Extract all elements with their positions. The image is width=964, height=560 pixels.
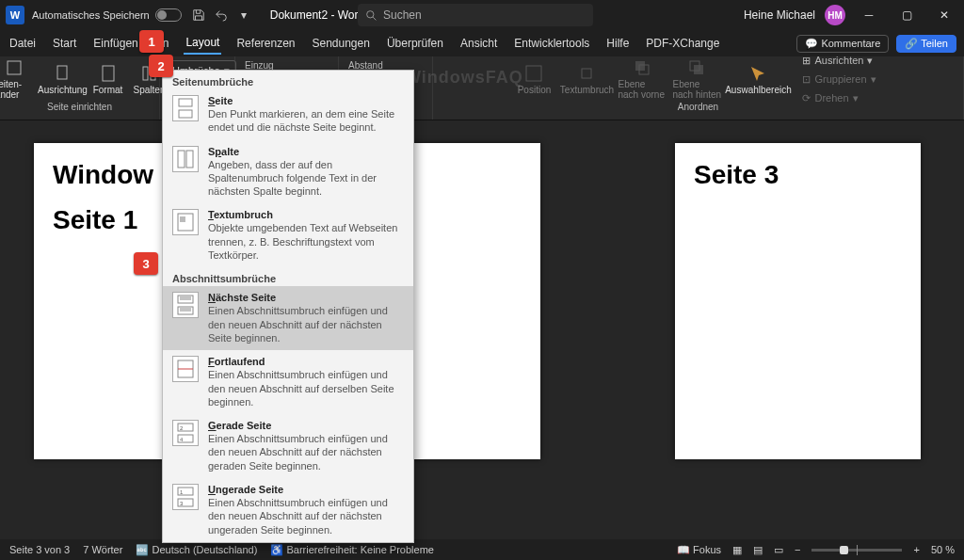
svg-rect-6: [526, 66, 541, 81]
autosave-label: Automatisches Speichern: [32, 9, 150, 21]
zoom-out-button[interactable]: −: [795, 544, 800, 555]
break-continuous[interactable]: FortlaufendEinen Abschnittsumbruch einfü…: [163, 350, 413, 414]
qat-chevron-icon[interactable]: ▾: [235, 7, 252, 24]
zoom-slider[interactable]: [811, 549, 902, 552]
break-page[interactable]: SeiteDen Punkt markieren, an dem eine Se…: [163, 89, 413, 140]
column-break-icon: [172, 146, 199, 172]
zoom-value[interactable]: 50 %: [931, 544, 955, 555]
focus-mode-button[interactable]: 📖 Fokus: [677, 544, 721, 556]
user-name[interactable]: Heine Michael: [744, 8, 815, 22]
tab-devtools[interactable]: Entwicklertools: [512, 33, 591, 54]
view-web-icon[interactable]: ▭: [774, 544, 783, 556]
document-canvas[interactable]: Window Seite 1 Seite 3: [0, 120, 964, 539]
oddpage-break-icon: 13: [172, 484, 199, 510]
status-accessibility[interactable]: ♿ Barrierefreiheit: Keine Probleme: [270, 544, 434, 556]
callout-3: 3: [134, 252, 158, 275]
section-section-breaks: Abschnittsumbrüche: [163, 267, 413, 286]
callout-2: 2: [149, 55, 173, 77]
margins-button[interactable]: Seiten- ränder: [0, 57, 36, 101]
svg-text:4: 4: [180, 437, 184, 442]
status-page[interactable]: Seite 3 von 3: [9, 544, 70, 555]
svg-rect-4: [143, 67, 148, 80]
search-input[interactable]: Suchen: [358, 4, 593, 26]
tab-sendungen[interactable]: Sendungen: [311, 33, 372, 54]
size-button[interactable]: Format: [90, 57, 126, 101]
wrap-text-button[interactable]: Textumbruch: [561, 57, 612, 101]
arrange-caption: Anordnen: [678, 102, 718, 112]
close-button[interactable]: ✕: [930, 0, 958, 30]
break-odd-page[interactable]: 13 Ungerade SeiteEinen Abschnittsumbruch…: [163, 478, 413, 542]
tab-einfuegen[interactable]: Einfügen: [91, 33, 139, 54]
view-print-icon[interactable]: ▦: [732, 544, 742, 556]
break-next-page[interactable]: Nächste SeiteEinen Abschnittsumbruch ein…: [163, 286, 413, 350]
bring-forward-button[interactable]: Ebene nach vorne: [618, 57, 667, 101]
evenpage-break-icon: 24: [172, 420, 199, 446]
tab-pdfxchange[interactable]: PDF-XChange: [644, 33, 721, 54]
search-icon: [365, 9, 378, 22]
save-icon[interactable]: [190, 7, 207, 24]
svg-rect-2: [57, 66, 67, 79]
word-app-icon: W: [6, 6, 24, 24]
section-page-breaks: Seitenumbrüche: [163, 71, 413, 89]
send-backward-button[interactable]: Ebene nach hinten: [672, 57, 721, 101]
break-even-page[interactable]: 24 Gerade SeiteEinen Abschnittsumbruch e…: [163, 414, 413, 478]
rotate-button[interactable]: ⟳ Drehen ▾: [798, 88, 879, 107]
page-setup-caption: Seite einrichten: [47, 102, 112, 112]
svg-rect-12: [179, 99, 192, 106]
selection-pane-button[interactable]: Auswahlbereich: [727, 57, 789, 101]
svg-rect-10: [694, 65, 703, 74]
break-textwrap[interactable]: TextumbruchObjekte umgebenden Text auf W…: [163, 203, 413, 267]
textwrap-break-icon: [172, 209, 199, 235]
status-lang[interactable]: 🔤 Deutsch (Deutschland): [136, 544, 257, 556]
search-placeholder: Suchen: [383, 8, 422, 22]
svg-rect-7: [582, 69, 591, 78]
minimize-button[interactable]: ─: [855, 0, 883, 30]
tab-datei[interactable]: Datei: [8, 33, 38, 54]
break-column[interactable]: SpalteAngeben, dass der auf den Spaltenu…: [163, 140, 413, 204]
tab-layout[interactable]: Layout: [184, 32, 221, 55]
position-button[interactable]: Position: [512, 57, 555, 101]
ribbon: Seiten- ränder Ausrichtung Format Spalte…: [0, 56, 964, 120]
nextpage-break-icon: [172, 292, 199, 318]
share-button[interactable]: 🔗 Teilen: [896, 35, 956, 53]
svg-rect-17: [180, 216, 185, 222]
svg-text:3: 3: [180, 501, 184, 506]
tab-hilfe[interactable]: Hilfe: [604, 33, 631, 54]
svg-rect-1: [8, 61, 21, 74]
svg-rect-13: [179, 110, 192, 118]
svg-text:1: 1: [180, 489, 184, 495]
tab-ueberpruefen[interactable]: Überprüfen: [385, 33, 445, 54]
svg-point-0: [367, 10, 374, 17]
page-3[interactable]: Seite 3: [675, 143, 921, 459]
svg-rect-15: [186, 151, 193, 168]
orientation-button[interactable]: Ausrichtung: [41, 57, 85, 101]
page3-line1: Seite 3: [694, 160, 902, 190]
svg-rect-8: [635, 61, 645, 71]
callout-1: 1: [139, 30, 164, 53]
title-right: Heine Michael HM ─ ▢ ✕: [744, 0, 958, 30]
continuous-break-icon: [172, 356, 199, 382]
align-button[interactable]: ⊞ Ausrichten ▾: [798, 51, 879, 70]
svg-text:2: 2: [180, 425, 184, 431]
page-break-icon: [172, 95, 199, 121]
status-bar: Seite 3 von 3 7 Wörter 🔤 Deutsch (Deutsc…: [0, 539, 964, 560]
tab-referenzen[interactable]: Referenzen: [234, 33, 297, 54]
undo-icon[interactable]: [213, 7, 230, 24]
group-button[interactable]: ⊡ Gruppieren ▾: [798, 70, 879, 88]
user-avatar[interactable]: HM: [825, 5, 845, 25]
autosave-toggle[interactable]: [155, 8, 182, 22]
title-bar: W Automatisches Speichern ▾ Dokument2 - …: [0, 0, 964, 30]
document-title: Dokument2 - Word: [270, 8, 364, 22]
tab-ansicht[interactable]: Ansicht: [458, 33, 499, 54]
svg-rect-3: [103, 66, 114, 81]
maximize-button[interactable]: ▢: [892, 0, 921, 30]
zoom-in-button[interactable]: +: [913, 544, 919, 555]
status-words[interactable]: 7 Wörter: [83, 544, 122, 555]
view-read-icon[interactable]: ▤: [753, 544, 763, 556]
tab-start[interactable]: Start: [51, 33, 78, 54]
svg-rect-14: [178, 151, 185, 168]
breaks-dropdown: Seitenumbrüche SeiteDen Punkt markieren,…: [162, 70, 414, 543]
